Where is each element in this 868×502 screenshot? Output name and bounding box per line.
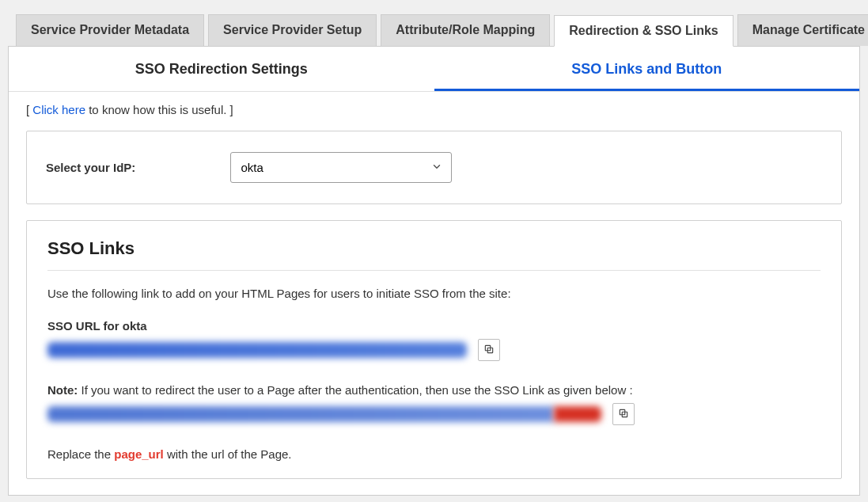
idp-select-label: Select your IdP:	[46, 161, 135, 174]
sso-links-title: SSO Links	[47, 238, 821, 271]
sso-links-card: SSO Links Use the following link to add …	[26, 220, 842, 479]
note-line: Note: If you want to redirect the user t…	[47, 380, 821, 400]
sso-url-label: SSO URL for okta	[47, 314, 821, 336]
idp-select-card: Select your IdP:	[26, 131, 842, 204]
tab-service-provider-metadata[interactable]: Service Provider Metadata	[16, 14, 204, 46]
sso-redirect-url-redacted	[47, 406, 601, 422]
copy-icon	[483, 344, 495, 357]
primary-tab-bar: Service Provider Metadata Service Provid…	[8, 14, 860, 46]
tab-service-provider-setup[interactable]: Service Provider Setup	[208, 14, 377, 46]
replace-line: Replace the page_url with the url of the…	[47, 444, 821, 464]
replace-suffix: with the url of the Page.	[164, 447, 292, 461]
tab-content-panel: SSO Redirection Settings SSO Links and B…	[8, 46, 860, 496]
sso-redirect-url-row	[47, 403, 821, 425]
sub-tab-bar: SSO Redirection Settings SSO Links and B…	[9, 47, 859, 92]
tab-redirection-sso-links[interactable]: Redirection & SSO Links	[554, 15, 733, 47]
copy-sso-redirect-url-button[interactable]	[612, 403, 635, 425]
page-url-token: page_url	[114, 447, 164, 461]
sso-url-redacted	[47, 342, 467, 358]
note-prefix: Note:	[47, 383, 78, 397]
copy-sso-url-button[interactable]	[478, 339, 500, 361]
idp-select[interactable]	[230, 152, 452, 183]
hint-rest: to know how this is useful. ]	[85, 103, 233, 116]
note-rest: If you want to redirect the user to a Pa…	[78, 383, 632, 397]
click-here-link[interactable]: Click here	[32, 103, 85, 116]
tab-manage-certificate[interactable]: Manage Certificate	[737, 14, 868, 46]
sub-tab-sso-redirection-settings[interactable]: SSO Redirection Settings	[9, 47, 434, 91]
sso-links-description: Use the following link to add on your HT…	[47, 279, 821, 314]
hint-row: [ Click here to know how this is useful.…	[9, 92, 859, 123]
idp-select-wrap	[230, 152, 452, 183]
sub-tab-sso-links-and-button[interactable]: SSO Links and Button	[434, 47, 860, 91]
tab-attribute-role-mapping[interactable]: Attribute/Role Mapping	[381, 14, 550, 46]
copy-icon	[618, 408, 629, 421]
replace-prefix: Replace the	[47, 447, 114, 461]
sso-url-row	[47, 339, 821, 361]
